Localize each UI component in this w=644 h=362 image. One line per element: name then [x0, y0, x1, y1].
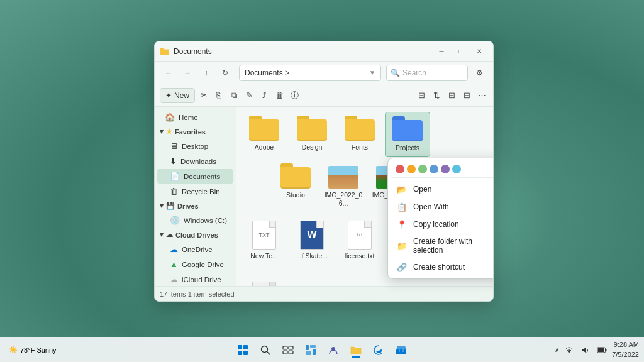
sidebar-item-onedrive[interactable]: ☁ OneDrive: [157, 242, 233, 256]
group-button[interactable]: ⊞: [445, 89, 458, 102]
refresh-button[interactable]: ↻: [216, 64, 234, 82]
maximize-button[interactable]: □: [452, 43, 469, 60]
file-name-newtext: New Te...: [250, 252, 278, 261]
settings-button[interactable]: ⚙: [470, 64, 488, 82]
store-button[interactable]: [391, 340, 411, 360]
svg-rect-17: [598, 348, 604, 352]
context-item-copylocation[interactable]: 📍 Copy location: [391, 216, 494, 233]
taskbar-center: [233, 340, 411, 360]
file-item-img1[interactable]: IMG_2022_06...: [321, 162, 366, 212]
file-item-newtext[interactable]: TXT New Te...: [242, 217, 287, 273]
dot-purple[interactable]: [441, 165, 450, 173]
copylocation-icon: 📍: [397, 219, 407, 229]
start-button[interactable]: [233, 340, 253, 360]
address-bar[interactable]: Documents > ▼: [239, 65, 381, 81]
context-menu-header: [391, 161, 494, 178]
search-button[interactable]: [255, 340, 275, 360]
file-item-design[interactable]: Design: [289, 112, 335, 157]
folder-design-icon: [297, 116, 327, 141]
createshortcut-icon: 🔗: [397, 262, 407, 272]
file-name-license: license.txt: [345, 252, 375, 261]
home-icon: 🏠: [165, 112, 175, 122]
battery-tray-icon[interactable]: [596, 344, 608, 356]
sidebar-item-c-drive[interactable]: 💿 Windows (C:): [157, 213, 233, 228]
file-item-skate[interactable]: W ...f Skate...: [289, 217, 335, 273]
taskview-button[interactable]: [278, 340, 298, 360]
share-button[interactable]: ⤴: [258, 89, 270, 102]
sort-button[interactable]: ⇅: [430, 89, 443, 102]
up-button[interactable]: ↑: [197, 64, 215, 82]
minimize-button[interactable]: ─: [433, 43, 450, 60]
sidebar-item-home[interactable]: 🏠 Home: [157, 110, 233, 124]
dot-blue[interactable]: [430, 165, 438, 173]
context-label-createshortcut: Create shortcut: [413, 263, 465, 272]
rename-button[interactable]: ✎: [243, 89, 255, 102]
cloud-chevron: ▾: [160, 231, 164, 239]
context-color-dots: [396, 165, 461, 173]
search-box[interactable]: 🔍 Search: [386, 65, 468, 81]
dot-orange[interactable]: [407, 165, 416, 173]
svg-rect-0: [238, 345, 242, 349]
context-item-createfolder[interactable]: 📁 Create folder with selection: [391, 233, 494, 258]
context-item-createshortcut[interactable]: 🔗 Create shortcut: [391, 258, 494, 276]
context-item-openwith[interactable]: 📋 Open With: [391, 198, 494, 216]
new-button[interactable]: ✦ New: [160, 88, 195, 103]
documents-icon: 📄: [170, 172, 180, 181]
copy-button[interactable]: ⎘: [213, 89, 225, 102]
dot-red[interactable]: [396, 165, 404, 173]
paste-button[interactable]: ⧉: [228, 89, 240, 102]
context-item-open[interactable]: 📂 Open: [391, 180, 494, 198]
file-name-studio: Studio: [286, 191, 305, 200]
file-item-adobe[interactable]: Adobe: [242, 112, 287, 157]
sidebar-item-downloads[interactable]: ⬇ Downloads: [157, 154, 233, 168]
teams-button[interactable]: [323, 340, 343, 360]
dot-green[interactable]: [418, 165, 427, 173]
nav-toolbar: ← → ↑ ↻ Documents > ▼ 🔍 Search ⚙: [155, 62, 493, 84]
widgets-button[interactable]: [301, 340, 321, 360]
folder-projects-icon: [392, 116, 423, 141]
edge-button[interactable]: [369, 340, 389, 360]
chevron-up-icon[interactable]: ∧: [555, 346, 559, 353]
forward-button[interactable]: →: [179, 64, 196, 82]
file-item-license[interactable]: txt license.txt: [337, 217, 382, 273]
delete-button[interactable]: 🗑: [273, 89, 286, 102]
sidebar-item-googledrive[interactable]: ▲ Google Drive: [157, 257, 233, 272]
sidebar-section-drives[interactable]: ▾ 💾 Drives: [155, 199, 236, 212]
sidebar-section-favorites[interactable]: ▾ ★ Favorites: [155, 125, 236, 138]
taskbar-right: ∧: [555, 340, 644, 359]
context-label-openwith: Open With: [413, 202, 449, 211]
svg-rect-9: [289, 351, 293, 354]
sidebar-item-recycle[interactable]: 🗑 Recycle Bin: [157, 184, 233, 199]
weather-widget[interactable]: ☀️ 78°F Sunny: [5, 343, 60, 356]
sidebar-section-cloud[interactable]: ▾ ☁ Cloud Drives: [155, 228, 236, 241]
file-item-studio[interactable]: Studio: [273, 160, 318, 212]
more-button[interactable]: ⋯: [475, 89, 488, 102]
network-tray-icon[interactable]: [563, 344, 575, 356]
context-label-copylocation: Copy location: [413, 220, 459, 229]
file-name-skate: ...f Skate...: [296, 252, 328, 261]
address-text: Documents >: [245, 69, 289, 77]
view-toggle-button[interactable]: ⊟: [415, 89, 428, 102]
back-button[interactable]: ←: [160, 64, 177, 82]
volume-tray-icon[interactable]: [579, 344, 592, 356]
context-label-createfolder: Create folder with selection: [413, 237, 494, 255]
dot-teal[interactable]: [452, 165, 461, 173]
svg-rect-12: [306, 351, 311, 355]
cloud-icon: ☁: [166, 231, 173, 239]
file-item-fonts[interactable]: Fonts: [337, 112, 382, 157]
sidebar-item-desktop[interactable]: 🖥 Desktop: [157, 139, 233, 153]
teams-icon: [328, 344, 339, 356]
file-item-projects[interactable]: Projects: [385, 112, 430, 157]
sidebar-item-icloud[interactable]: ☁ iCloud Drive: [157, 272, 233, 286]
close-button[interactable]: ✕: [470, 43, 488, 60]
date-display: 7/5/2022: [612, 350, 639, 359]
file-item-afterl[interactable]: 🎵 After L...: [242, 278, 287, 286]
info-button[interactable]: ⓘ: [288, 89, 301, 102]
sidebar-item-documents[interactable]: 📄 Documents: [157, 169, 233, 184]
cut-button[interactable]: ✂: [197, 89, 210, 102]
explorer-button[interactable]: [346, 340, 366, 360]
time-date-display[interactable]: 9:28 AM 7/5/2022: [612, 340, 639, 359]
file-name-adobe: Adobe: [255, 143, 274, 152]
layout-button[interactable]: ⊟: [460, 89, 473, 102]
sidebar-label-icloud: iCloud Drive: [182, 276, 221, 283]
